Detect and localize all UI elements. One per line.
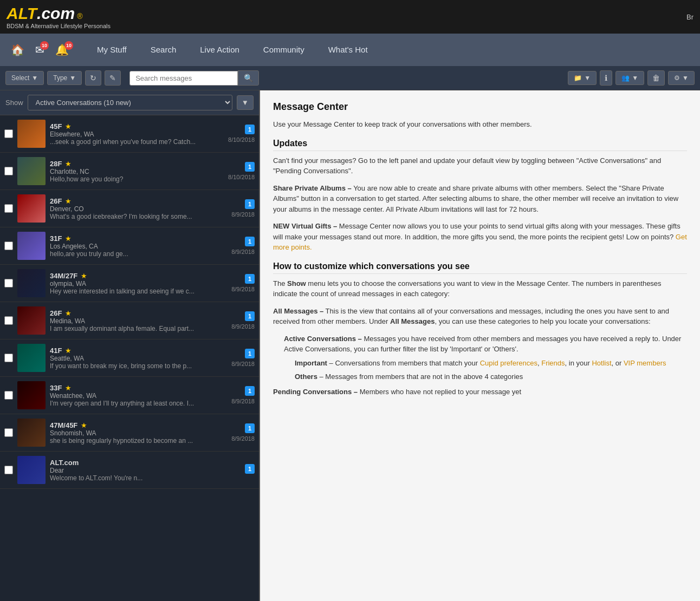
compose-button[interactable]: ✎ [105, 70, 121, 86]
info-icon: ℹ [605, 74, 607, 82]
virtual-gifts-para: NEW Virtual Gifts – Message Center now a… [273, 221, 687, 253]
sender-name: 31F [50, 234, 62, 243]
sender-location: Los Angeles, CA [50, 243, 228, 250]
message-header: ALT.com [50, 459, 242, 467]
toolbar: Select ▼ Type ▼ ↻ ✎ 🔍 📁 ▼ ℹ 👥 ▼ 🗑 ⚙ [0, 66, 700, 90]
show-bar: Show Active Conversations (10 new) ▼ [0, 90, 259, 115]
notifications-button[interactable]: 🔔 10 [50, 43, 74, 56]
people-button[interactable]: 👥 ▼ [615, 71, 644, 85]
message-checkbox[interactable] [4, 466, 13, 474]
message-checkbox[interactable] [4, 129, 13, 138]
select-label: Select [11, 74, 29, 82]
message-meta: 1 8/9/2018 [231, 423, 255, 442]
list-item[interactable]: 45F ★ Elsewhere, WA ...seek a good girl … [0, 115, 259, 153]
message-preview: I am sexually dominant alpha female. Equ… [50, 325, 212, 332]
message-content: 26F ★ Denver, CO What's a good icebreake… [50, 197, 228, 220]
message-meta: 1 8/9/2018 [231, 311, 255, 330]
message-date: 8/9/2018 [231, 435, 255, 442]
message-header: 41F ★ [50, 347, 228, 355]
unread-badge: 1 [245, 349, 255, 358]
search-input[interactable] [129, 71, 238, 86]
list-item[interactable]: 31F ★ Los Angeles, CA hello,are you trul… [0, 227, 259, 265]
message-preview: ...seek a good girl when you've found me… [50, 138, 212, 146]
info-button[interactable]: ℹ [600, 70, 612, 86]
folder-icon: 📁 [574, 74, 582, 82]
folder-button[interactable]: 📁 ▼ [568, 71, 597, 85]
cupid-preferences-link[interactable]: Cupid preferences [480, 359, 537, 367]
unread-badge: 1 [245, 274, 255, 284]
message-checkbox[interactable] [4, 316, 13, 325]
others-title: Others [295, 373, 317, 381]
message-checkbox[interactable] [4, 279, 13, 288]
list-item[interactable]: 28F ★ Charlotte, NC Hello,how are you do… [0, 153, 259, 190]
header: ALT .com ® BDSM & Alternative Lifestyle … [0, 0, 700, 34]
message-checkbox[interactable] [4, 354, 13, 362]
virtual-gifts-title: NEW Virtual Gifts – [273, 222, 337, 230]
unread-badge: 1 [245, 311, 255, 321]
logo: ALT .com ® BDSM & Alternative Lifestyle … [7, 4, 111, 29]
list-item[interactable]: 34M/27F ★ olympia, WA Hey were intereste… [0, 265, 259, 302]
message-date: 8/9/2018 [231, 361, 255, 367]
settings-button[interactable]: ⚙ ▼ [668, 71, 695, 85]
message-checkbox[interactable] [4, 204, 13, 213]
nav-live-action[interactable]: Live Action [188, 34, 251, 66]
message-preview: Hey were interested in talking and seein… [50, 288, 212, 295]
nav-community[interactable]: Community [251, 34, 316, 66]
unread-badge: 1 [245, 125, 255, 134]
sender-name: ALT.com [50, 459, 79, 467]
friends-link[interactable]: Friends [541, 359, 565, 367]
avatar [17, 456, 46, 484]
sender-location: Snohomish, WA [50, 429, 228, 437]
type-label: Type [53, 74, 67, 82]
vip-members-link[interactable]: VIP members [624, 359, 666, 367]
mail-button[interactable]: ✉ 10 [30, 43, 50, 56]
home-button[interactable]: 🏠 [5, 43, 30, 56]
trash-button[interactable]: 🗑 [647, 70, 665, 86]
logo-trademark: ® [77, 12, 82, 21]
message-checkbox[interactable] [4, 167, 13, 175]
search-button[interactable]: 🔍 [238, 70, 259, 86]
sender-name: 41F [50, 347, 62, 355]
sender-name: 47M/45F [50, 421, 77, 429]
message-content: 34M/27F ★ olympia, WA Hey were intereste… [50, 272, 228, 295]
nav-whats-hot[interactable]: What's Hot [316, 34, 380, 66]
message-header: 47M/45F ★ [50, 421, 228, 429]
people-chevron-icon: ▼ [632, 74, 638, 82]
message-checkbox[interactable] [4, 241, 13, 250]
pending-title: Pending Conversations – [273, 388, 358, 396]
nav-search[interactable]: Search [139, 34, 189, 66]
unread-badge: 1 [245, 199, 255, 209]
list-item[interactable]: 26F ★ Denver, CO What's a good icebreake… [0, 190, 259, 227]
all-messages-bold: All Messages [390, 317, 435, 325]
message-meta: 1 8/10/2018 [228, 125, 255, 143]
unread-badge: 1 [245, 464, 255, 474]
nav-my-stuff[interactable]: My Stuff [85, 34, 139, 66]
message-checkbox[interactable] [4, 391, 13, 400]
refresh-button[interactable]: ↻ [85, 70, 101, 86]
avatar [17, 419, 46, 447]
select-button[interactable]: Select ▼ [5, 71, 44, 85]
message-meta: 1 8/10/2018 [228, 162, 255, 180]
gold-icon: ★ [65, 347, 72, 355]
message-content: 47M/45F ★ Snohomish, WA she is being reg… [50, 421, 228, 445]
list-item[interactable]: ALT.com Dear Welcome to ALT.com! You're … [0, 452, 259, 489]
hotlist-link[interactable]: Hotlist [592, 359, 611, 367]
pending-para: Pending Conversations – Members who have… [273, 387, 687, 397]
list-item[interactable]: 33F ★ Wenatchee, WA I'm very open and I'… [0, 377, 259, 414]
left-panel: Show Active Conversations (10 new) ▼ 45F… [0, 90, 260, 601]
list-item[interactable]: 41F ★ Seattle, WA If you want to break m… [0, 339, 259, 377]
header-right: Br [686, 13, 693, 21]
active-conversations-para: Active Conversations – Messages you have… [284, 334, 687, 355]
list-item[interactable]: 47M/45F ★ Snohomish, WA she is being reg… [0, 414, 259, 452]
message-preview: Welcome to ALT.com! You're n... [50, 474, 212, 482]
list-item[interactable]: 26F ★ Medina, WA I am sexually dominant … [0, 302, 259, 339]
type-button[interactable]: Type ▼ [47, 71, 82, 85]
message-checkbox[interactable] [4, 428, 13, 437]
toolbar-right: 📁 ▼ ℹ 👥 ▼ 🗑 ⚙ ▼ [568, 70, 695, 86]
show-dropdown-btn[interactable]: ▼ [237, 95, 254, 110]
message-date: 8/10/2018 [228, 136, 255, 143]
show-select[interactable]: Active Conversations (10 new) [28, 95, 232, 110]
customize-para: The Show menu lets you to choose the con… [273, 278, 687, 299]
unread-badge: 1 [245, 162, 255, 172]
logo-com: .com [37, 4, 75, 23]
